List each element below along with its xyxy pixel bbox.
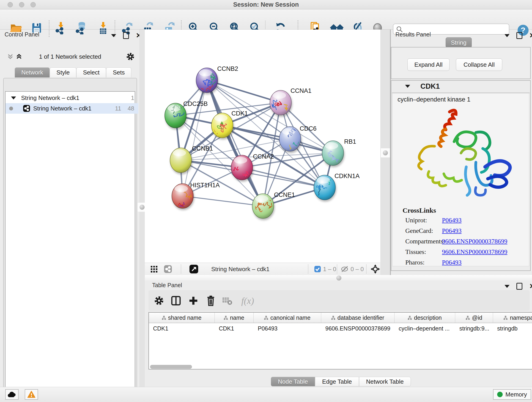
function-builder-button-disabled[interactable]: f(x) (237, 294, 258, 307)
results-panel-title: Results Panel (395, 31, 431, 38)
table-panel-title: Table Panel (152, 282, 182, 288)
panel-menu-icon[interactable] (111, 34, 116, 37)
node-label-CDC25B: CDC25B (183, 100, 208, 107)
delete-table-button-disabled[interactable] (221, 294, 234, 307)
memory-label: Memory (505, 391, 527, 398)
horizontal-splitter[interactable] (145, 275, 532, 281)
warning-status-button[interactable] (25, 389, 38, 400)
node-label-CCNA1: CCNA1 (291, 87, 312, 94)
table-cell[interactable]: cyclin–dependent ... (394, 325, 455, 332)
collapse-all-button[interactable]: Collapse All (456, 58, 502, 71)
panel-menu-icon[interactable] (505, 285, 510, 288)
column-header--id[interactable]: @id (455, 313, 493, 323)
panel-menu-icon[interactable] (505, 34, 510, 37)
share-view-icon[interactable] (164, 265, 172, 273)
create-column-button[interactable] (187, 294, 200, 307)
table-horizontal-scrollbar[interactable] (150, 365, 192, 369)
crosslink-label: Compartments: (405, 238, 442, 245)
control-panel-controls: ✕ (111, 32, 142, 39)
column-header-database-identifier[interactable]: database identifier (321, 313, 394, 323)
column-header-description[interactable]: description (394, 313, 455, 323)
table-cell[interactable]: CDK1 (149, 325, 215, 332)
crosslink-link[interactable]: P06493 (442, 227, 529, 235)
memory-button[interactable]: Memory (493, 389, 531, 400)
control-tab-style[interactable]: Style (50, 67, 76, 77)
node-label-RB1: RB1 (344, 138, 356, 145)
delete-table-icon (222, 296, 233, 305)
network-row-selected[interactable]: String Network – cdk1 11 48 (6, 103, 138, 114)
gear-icon[interactable] (126, 52, 135, 61)
right-splitter-handle[interactable] (380, 148, 390, 158)
cloud-status-button[interactable] (5, 389, 19, 400)
table-tab-edge-table[interactable]: Edge Table (315, 377, 359, 386)
control-tab-network[interactable]: Network (15, 67, 50, 77)
selected-checkbox-icon[interactable] (314, 266, 321, 272)
table-cell[interactable]: stringdb:9... (455, 325, 493, 332)
expand-all-button[interactable]: Expand All (407, 58, 450, 71)
table-cell[interactable]: stringdb (493, 325, 532, 332)
column-header-name[interactable]: name (215, 313, 254, 323)
collection-label: String Network – cdk1 (21, 95, 79, 102)
table-row[interactable]: CDK1CDK1P064939606.ENSP00000378699cyclin… (149, 323, 532, 334)
plus-icon (189, 296, 198, 306)
crosslink-row: Uniprot:P06493 (405, 217, 529, 224)
crosslink-link[interactable]: 9606.ENSP00000378699 (442, 248, 529, 255)
left-splitter[interactable] (139, 30, 145, 387)
window-title: Session: New Session (0, 1, 532, 8)
control-tab-select[interactable]: Select (76, 67, 106, 77)
hidden-eye-slash-icon[interactable] (341, 266, 349, 273)
birds-eye-icon[interactable] (370, 264, 380, 274)
column-header-canonical-name[interactable]: canonical name (254, 313, 321, 323)
footer-separator (337, 264, 337, 274)
float-panel-icon[interactable] (516, 32, 522, 39)
delete-column-button[interactable] (204, 294, 217, 307)
results-panel-controls: ✕ (505, 32, 532, 39)
network-node-CCNB2[interactable] (196, 68, 218, 93)
network-node-CCNE1[interactable] (252, 194, 274, 218)
crosslink-link[interactable]: 9606.ENSP00000378699 (442, 238, 529, 245)
table-cell[interactable]: P06493 (254, 325, 321, 332)
results-tab-string[interactable]: String (446, 37, 472, 48)
network-collection-row[interactable]: String Network – cdk1 1 (6, 93, 140, 103)
crosslink-label: Tissues: (405, 248, 442, 255)
table-cell[interactable]: CDK1 (215, 325, 254, 332)
horizontal-splitter-handle[interactable] (336, 275, 341, 281)
column-label: database identifier (337, 314, 384, 321)
status-bar: Memory (0, 387, 532, 402)
crosslink-label: Uniprot: (405, 217, 442, 224)
right-splitter[interactable] (380, 30, 390, 275)
footer-separator (181, 264, 181, 274)
grid-view-icon[interactable] (151, 266, 158, 273)
crosslink-link[interactable]: P06493 (442, 217, 529, 224)
gene-header-row[interactable]: CDK1 (392, 81, 530, 93)
float-panel-icon[interactable] (516, 283, 522, 290)
detach-view-icon[interactable] (190, 265, 198, 274)
results-buttons-box: Expand All Collapse All (391, 47, 531, 79)
close-panel-icon[interactable]: ✕ (529, 33, 532, 38)
show-columns-button[interactable] (170, 294, 182, 307)
warning-icon (27, 391, 36, 398)
network-canvas[interactable]: CCNB2CCNA1CDC25BCDK1CDC6RB1CCNB1CCNA2CDK… (145, 30, 380, 263)
gene-symbol: CDK1 (420, 82, 440, 90)
column-label: description (414, 314, 442, 321)
table-toolbar: f(x) (148, 290, 530, 311)
table-settings-button[interactable] (152, 294, 165, 307)
column-header-shared-name[interactable]: shared name (149, 313, 215, 323)
table-tab-node-table[interactable]: Node Table (271, 377, 315, 386)
float-panel-icon[interactable] (123, 32, 129, 39)
table-panel-controls: ✕ (505, 283, 532, 290)
network-node-RB1[interactable] (322, 141, 344, 170)
network-node-HIST1H1A[interactable] (171, 184, 193, 212)
control-panel-tabs: NetworkStyleSelectSets (15, 67, 131, 77)
gene-collapse-icon[interactable] (405, 85, 410, 88)
close-panel-icon[interactable]: ✕ (529, 283, 532, 289)
collection-expand-icon[interactable] (11, 96, 16, 99)
table-tab-network-table[interactable]: Network Table (359, 377, 411, 386)
control-tab-sets[interactable]: Sets (106, 67, 131, 77)
column-header-namespace[interactable]: namespace (493, 313, 532, 323)
table-tabs: Node TableEdge TableNetwork Table (271, 377, 411, 386)
network-selection-summary: 1 of 1 Network selected (5, 53, 135, 60)
crosslink-link[interactable]: P06493 (442, 259, 529, 266)
table-cell[interactable]: 9606.ENSP00000378699 (321, 325, 394, 332)
network-node-CCNB1[interactable] (170, 148, 191, 172)
